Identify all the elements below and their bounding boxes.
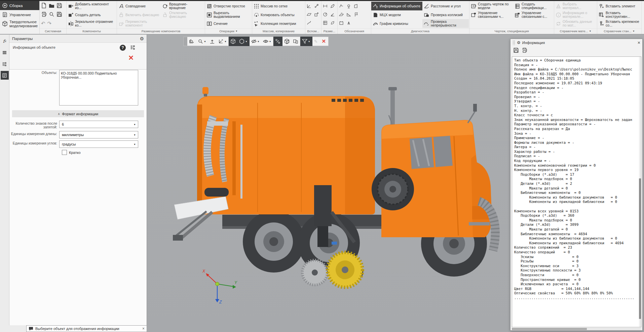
tree-structure-icon[interactable] — [1, 59, 9, 68]
decimals-select[interactable]: 6▼ — [59, 121, 138, 128]
info-gear-icon: ⚙ — [517, 40, 521, 45]
insert-structural-button[interactable]: Вставить конструктивн... — [597, 10, 641, 19]
truck-spare-wheel — [372, 168, 414, 210]
note-section-icon[interactable] — [338, 18, 345, 27]
options-tree-icon[interactable] — [130, 45, 135, 51]
info-panel-close-icon[interactable]: × — [638, 40, 640, 45]
info-horizontal-scrollbar-thumb[interactable] — [512, 328, 587, 330]
group-placement: Совпадение Включить фиксацию Переместить… — [117, 1, 205, 34]
print-icon[interactable] — [41, 11, 47, 18]
cut-extrude-button[interactable]: Вырезать выдавливанием — [205, 10, 252, 19]
undo-icon[interactable]: ↶ — [41, 21, 45, 26]
dim-table-icon[interactable] — [321, 18, 329, 27]
brief-checkbox[interactable] — [62, 150, 67, 155]
status-bar-filler — [0, 325, 26, 332]
note-datum-icon[interactable] — [345, 2, 352, 10]
rotation-button[interactable]: Вращение-вращение — [161, 2, 204, 10]
section-button[interactable]: Сечение — [205, 19, 252, 28]
info-panel: ⚙ Информация × Тип объекта = Сборочная е… — [510, 39, 643, 331]
menu-hamburger-icon[interactable] — [1, 48, 9, 57]
ribbon: Сборка Управление Твердотельное моделиро… — [0, 1, 644, 34]
info-save-icon[interactable] — [513, 47, 519, 54]
continuity-check-button[interactable]: Проверка непрерывности — [422, 19, 469, 28]
aux-spline-icon[interactable] — [305, 18, 313, 27]
save-as-icon[interactable] — [56, 11, 62, 18]
tab-solid-modeling[interactable]: Твердотельное моделирование — [0, 19, 39, 28]
info-panel-title: Информация — [522, 41, 545, 45]
group-label-materials: Справочник мате...▼ — [554, 28, 597, 34]
triad-x-label: X — [202, 269, 205, 274]
save-icon[interactable] — [56, 3, 62, 10]
copy-objects-button[interactable]: Копировать объекты — [252, 10, 305, 19]
prompt-status-bar: Выберите объект для отображения информац… — [26, 325, 147, 332]
note-arrow-icon[interactable] — [345, 18, 352, 27]
dim-linear-icon[interactable] — [321, 2, 329, 10]
redo-icon[interactable]: ↷ — [47, 21, 52, 26]
insert-element-button[interactable]: Вставить элемент — [597, 2, 641, 10]
tab-management[interactable]: Управление — [0, 10, 39, 19]
manage-linked-specs-button[interactable]: Управление связанными с... — [513, 10, 554, 19]
dim-leaf-icon[interactable] — [329, 18, 336, 27]
print-preview-icon[interactable] — [49, 11, 54, 18]
length-units-select[interactable]: миллиметры▼ — [59, 131, 138, 138]
object-info-panel-icon[interactable] — [1, 71, 9, 80]
info-horizontal-scrollbar[interactable] — [512, 328, 641, 330]
info-panel-titlebar[interactable]: ⚙ Информация × — [510, 39, 642, 46]
panel-gear-icon[interactable]: ⚙ — [140, 36, 144, 41]
new-document-icon[interactable] — [41, 3, 47, 10]
note-flag-icon[interactable] — [352, 10, 360, 18]
distance-angle-button[interactable]: Расстояние и угол — [422, 2, 469, 10]
parameters-panel: Параметры ⚙ Информация об объекте ? ✕ Об… — [9, 35, 147, 325]
insert-fastener-button[interactable]: Вставить крепежное со... — [597, 19, 641, 28]
cancel-command-icon[interactable]: ✕ — [128, 55, 134, 61]
info-report-area[interactable]: Тип объекта = Сборочная единица Позиция … — [512, 56, 641, 327]
note-e-plane-icon[interactable] — [338, 10, 345, 18]
dim-angular-icon[interactable] — [329, 10, 336, 18]
group-notations: Обозначения — [338, 1, 371, 34]
open-document-icon[interactable] — [49, 3, 54, 10]
triad-y-label: Y — [234, 280, 237, 285]
group-materials: Выбрать материал... Информация о материа… — [554, 1, 597, 34]
format-section-header[interactable]: ∧ Формат информации — [12, 110, 144, 117]
grid-array-button[interactable]: Массив по сетке — [252, 2, 305, 10]
info-panel-toolbar — [510, 46, 642, 55]
note-roughness-icon[interactable] — [338, 2, 345, 10]
create-drawing-button[interactable]: Создать чертеж по модели — [469, 2, 513, 10]
group-label-components: Компоненты — [67, 28, 117, 34]
manage-linked-drawings-button[interactable]: Управление связанными ч... — [469, 10, 513, 19]
dim-radial-icon[interactable] — [321, 10, 329, 18]
status-close-icon[interactable]: × — [142, 326, 145, 331]
aux-plane-icon[interactable] — [305, 10, 313, 18]
note-slope-icon[interactable] — [345, 10, 352, 18]
dim-edit-icon[interactable] — [329, 2, 336, 10]
note-chamfer-icon[interactable] — [352, 2, 360, 10]
geometry-collection-button[interactable]: Коллекция геометрии — [252, 19, 305, 28]
aux-axis-icon[interactable] — [305, 2, 313, 10]
add-component-button[interactable]: Добавить компонент из... — [67, 2, 117, 10]
coincidence-button[interactable]: Совпадение — [117, 2, 161, 10]
object-info-button[interactable]: Информация об объекте — [371, 2, 422, 10]
collision-check-button[interactable]: Проверка коллизий — [422, 10, 469, 19]
enable-fix-button: Включить фиксацию — [117, 10, 161, 19]
info-print-icon[interactable] — [522, 47, 527, 54]
info-vertical-scrollbar-thumb[interactable] — [639, 178, 641, 319]
parameters-fx-icon[interactable]: fx — [1, 37, 9, 45]
info-vertical-scrollbar[interactable] — [639, 57, 641, 327]
create-spec-button[interactable]: Создать спецификаци... — [513, 2, 554, 10]
create-part-button[interactable]: Создать деталь — [67, 10, 117, 19]
angle-units-select[interactable]: градусы▼ — [59, 140, 138, 148]
help-icon[interactable]: ? — [120, 45, 126, 51]
info-panel-grip[interactable] — [513, 40, 515, 45]
mirror-component-button[interactable]: Зеркальное отражение ко... — [67, 19, 117, 28]
aux-point-icon[interactable] — [313, 2, 320, 10]
objects-field[interactable]: КО-318Д5 00.00.000 Подметально Уборочная… — [59, 70, 138, 106]
aux-local-cs-icon[interactable] — [313, 10, 320, 18]
tab-assembly[interactable]: Сборка — [0, 1, 39, 10]
curvature-graph-button[interactable]: График кривизны — [371, 19, 422, 28]
mass-properties-button[interactable]: МЦХ модели — [371, 10, 422, 19]
simple-hole-button[interactable]: Отверстие простое — [205, 2, 252, 10]
group-standards: Вставить элемент Вставить конструктивн..… — [597, 1, 642, 34]
info-report-text: Тип объекта = Сборочная единица Позиция … — [512, 57, 641, 301]
move-component-button: Переместить компонент — [117, 19, 161, 28]
truck-beacon — [202, 87, 209, 94]
